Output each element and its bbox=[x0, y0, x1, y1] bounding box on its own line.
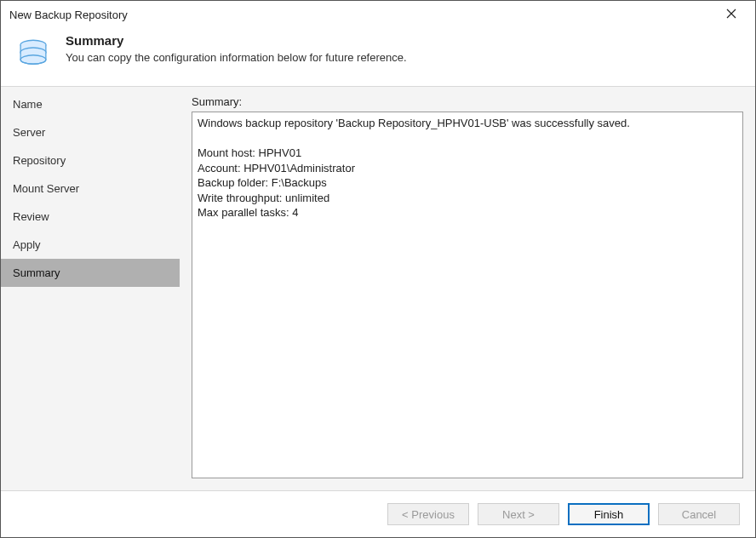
header-text: Summary You can copy the configuration i… bbox=[66, 33, 407, 64]
sidebar-item-label: Review bbox=[13, 210, 49, 223]
summary-label: Summary: bbox=[192, 95, 743, 108]
sidebar-item-name[interactable]: Name bbox=[1, 90, 180, 118]
repository-icon bbox=[13, 33, 54, 74]
next-button: Next > bbox=[478, 503, 559, 525]
body: NameServerRepositoryMount ServerReviewAp… bbox=[1, 86, 755, 491]
page-subtitle: You can copy the configuration informati… bbox=[66, 51, 407, 64]
page-title: Summary bbox=[66, 33, 407, 48]
sidebar-item-summary[interactable]: Summary bbox=[1, 259, 180, 287]
sidebar-item-review[interactable]: Review bbox=[1, 203, 180, 231]
window-title: New Backup Repository bbox=[9, 9, 128, 21]
footer: < Previous Next > Finish Cancel bbox=[1, 491, 755, 537]
content-pane: Summary: Windows backup repository 'Back… bbox=[180, 87, 755, 490]
previous-button: < Previous bbox=[387, 503, 469, 525]
titlebar: New Backup Repository bbox=[1, 1, 755, 28]
sidebar-item-server[interactable]: Server bbox=[1, 118, 180, 146]
sidebar-item-repository[interactable]: Repository bbox=[1, 146, 180, 175]
sidebar-item-label: Server bbox=[13, 126, 45, 139]
close-icon bbox=[726, 9, 736, 21]
summary-textbox[interactable]: Windows backup repository 'Backup Reposi… bbox=[192, 112, 743, 478]
close-button[interactable] bbox=[714, 3, 748, 26]
finish-button[interactable]: Finish bbox=[568, 503, 650, 525]
dialog-window: New Backup Repository Summary You can co… bbox=[0, 0, 756, 538]
sidebar-item-label: Repository bbox=[13, 154, 66, 167]
header: Summary You can copy the configuration i… bbox=[1, 28, 755, 86]
sidebar-item-label: Name bbox=[13, 98, 43, 111]
cancel-button: Cancel bbox=[658, 503, 740, 525]
sidebar-item-label: Summary bbox=[13, 266, 60, 279]
sidebar-item-mount-server[interactable]: Mount Server bbox=[1, 175, 180, 203]
sidebar: NameServerRepositoryMount ServerReviewAp… bbox=[1, 87, 180, 490]
sidebar-item-apply[interactable]: Apply bbox=[1, 231, 180, 259]
sidebar-item-label: Apply bbox=[13, 238, 41, 251]
sidebar-item-label: Mount Server bbox=[13, 182, 79, 195]
